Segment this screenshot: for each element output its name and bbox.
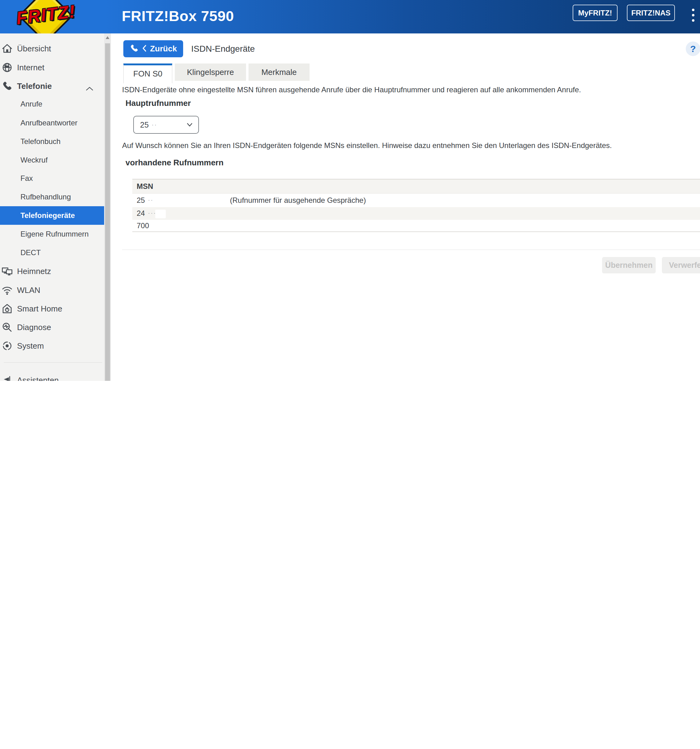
sidebar-item-label: Smart Home <box>17 304 62 314</box>
globe-icon <box>1 61 14 74</box>
sidebar-item-telefonie[interactable]: Telefonie <box>0 77 104 95</box>
main-content: Zurück ISDN-Endgeräte ? FON S0 Klingelsp… <box>111 34 700 381</box>
table-row: 700 <box>132 220 700 232</box>
section-divider <box>122 249 700 250</box>
msn-table: MSN 25·· (Rufnummer für ausgehende Gespr… <box>132 179 700 232</box>
table-row: 24··· <box>132 207 700 220</box>
sidebar-item-smart-home[interactable]: Smart Home <box>0 300 104 318</box>
sidebar-item-telefoniegeraete[interactable]: Telefoniegeräte <box>0 206 104 225</box>
sidebar-item-eigene-rufnummern[interactable]: Eigene Rufnummern <box>0 225 104 243</box>
rufnummern-heading: vorhandene Rufnummern <box>126 158 224 168</box>
msn-value: 24 <box>137 209 145 217</box>
masked-digits: ·· <box>148 197 154 203</box>
sidebar-item-internet[interactable]: Internet <box>0 58 104 77</box>
tab-merkmale[interactable]: Merkmale <box>248 63 309 81</box>
sidebar-item-label: System <box>17 341 44 351</box>
back-button[interactable]: Zurück <box>123 40 183 57</box>
sidebar-item-diagnose[interactable]: Diagnose <box>0 318 104 336</box>
fritzbox-admin-page: FRITZ! FRITZ!Box 7590 MyFRITZ! FRITZ!NAS… <box>0 0 700 749</box>
logo-text: FRITZ! <box>15 1 77 29</box>
chevron-down-icon <box>187 122 193 128</box>
sidebar-scrollbar-thumb[interactable] <box>105 43 110 381</box>
home-icon <box>1 43 14 55</box>
sidebar-item-system[interactable]: System <box>0 336 104 355</box>
hauptrufnummer-select[interactable]: 25 ·· <box>133 116 199 134</box>
discard-button[interactable]: Verwerfen <box>662 257 700 274</box>
apply-button[interactable]: Übernehmen <box>602 257 656 274</box>
sidebar-item-anrufbeantworter[interactable]: Anrufbeantworter <box>0 114 104 132</box>
network-icon <box>1 265 14 277</box>
fritznas-button[interactable]: FRITZ!NAS <box>627 5 675 21</box>
intro-text: ISDN-Endgeräte ohne eingestellte MSN füh… <box>122 86 581 94</box>
msn-hint-text: Auf Wunsch können Sie an Ihren ISDN-Endg… <box>122 141 612 150</box>
chevron-up-icon <box>86 84 93 93</box>
sidebar-item-label: Heimnetz <box>17 267 51 276</box>
sidebar-item-dect[interactable]: DECT <box>0 243 104 262</box>
sidebar-item-heimnetz[interactable]: Heimnetz <box>0 262 104 281</box>
phone-icon <box>130 44 139 54</box>
sidebar-item-label: Übersicht <box>17 44 51 54</box>
sidebar-item-telefonbuch[interactable]: Telefonbuch <box>0 132 104 151</box>
fritz-logo: FRITZ! <box>0 0 102 34</box>
page-title: ISDN-Endgeräte <box>191 34 255 64</box>
diagnose-icon <box>1 321 14 333</box>
redaction-patch <box>155 209 166 218</box>
scrollbar-up-arrow-icon[interactable] <box>106 36 109 39</box>
chevron-left-icon <box>142 44 147 53</box>
app-header: FRITZ! FRITZ!Box 7590 MyFRITZ! FRITZ!NAS <box>0 0 700 34</box>
select-value: 25 <box>140 121 149 130</box>
sidebar-item-label: Assistenten <box>17 376 58 381</box>
back-label: Zurück <box>150 44 177 54</box>
sidebar-item-uebersicht[interactable]: Übersicht <box>0 39 104 58</box>
tab-klingelsperre[interactable]: Klingelsperre <box>175 63 246 81</box>
sidebar-item-label: Telefonie <box>17 81 52 91</box>
assistant-icon <box>1 374 14 381</box>
sidebar-item-weckruf[interactable]: Weckruf <box>0 151 104 170</box>
msn-column-header: MSN <box>137 182 153 191</box>
sidebar-item-anrufe[interactable]: Anrufe <box>0 95 104 113</box>
msn-value: 700 <box>137 222 149 230</box>
system-icon <box>1 340 14 352</box>
table-row: 25·· (Rufnummer für ausgehende Gespräche… <box>132 194 700 207</box>
myfritz-button[interactable]: MyFRITZ! <box>573 5 617 21</box>
app-title: FRITZ!Box 7590 <box>122 0 234 34</box>
wifi-icon <box>1 284 14 296</box>
sidebar: Übersicht Internet Telefonie Anrufe Anru… <box>0 34 111 381</box>
tab-fon-s0[interactable]: FON S0 <box>123 63 172 83</box>
smart-home-icon <box>1 303 14 315</box>
masked-digits: ·· <box>152 122 158 128</box>
table-header-row: MSN <box>132 179 700 194</box>
sidebar-item-label: Internet <box>17 63 44 72</box>
sidebar-item-wlan[interactable]: WLAN <box>0 281 104 300</box>
sidebar-item-assistenten[interactable]: Assistenten <box>0 371 104 381</box>
sidebar-item-fax[interactable]: Fax <box>0 169 104 188</box>
sidebar-item-label: Diagnose <box>17 323 51 332</box>
help-button[interactable]: ? <box>686 41 700 56</box>
msn-note: (Rufnummer für ausgehende Gespräche) <box>230 196 366 205</box>
hauptrufnummer-heading: Hauptrufnummer <box>126 98 191 108</box>
msn-value: 25 <box>137 196 145 204</box>
sidebar-item-label: WLAN <box>17 286 40 295</box>
kebab-menu-icon[interactable] <box>691 9 695 25</box>
phone-icon <box>1 80 14 92</box>
sidebar-item-rufbehandlung[interactable]: Rufbehandlung <box>0 188 104 206</box>
